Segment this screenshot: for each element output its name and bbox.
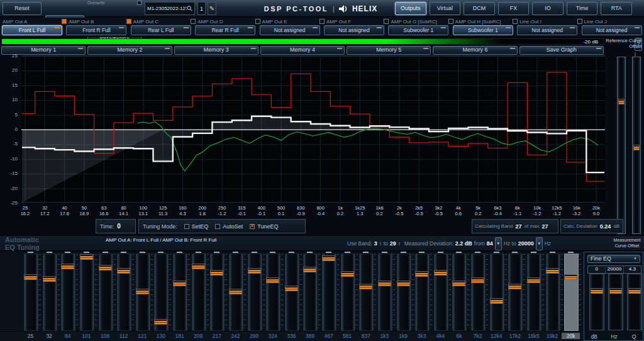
freq-to-dropdown[interactable]: ▼ bbox=[536, 237, 543, 250]
channel-checkbox[interactable] bbox=[62, 19, 67, 24]
eq-slider-track[interactable] bbox=[341, 254, 355, 331]
eq-slider-handle[interactable] bbox=[490, 298, 503, 304]
channel-assignment-button[interactable]: Front R Full bbox=[66, 25, 126, 35]
eq-slider-handle[interactable] bbox=[61, 264, 74, 269]
eq-slider-track[interactable] bbox=[266, 254, 280, 331]
eq-slider-handle[interactable] bbox=[99, 265, 112, 271]
channel-assignment-button[interactable]: Not assigned bbox=[517, 25, 577, 35]
channel-checkbox[interactable] bbox=[126, 19, 131, 24]
channel-assignment-button[interactable]: Subwoofer 1 bbox=[453, 25, 513, 35]
reference-offset-slider[interactable] bbox=[632, 57, 641, 234]
device-name-field[interactable]: M1-23052022-1210 bbox=[145, 2, 195, 15]
search-icon[interactable] bbox=[187, 6, 192, 11]
measurement-offset-handle[interactable] bbox=[618, 99, 625, 104]
eq-slider-handle[interactable] bbox=[229, 289, 242, 294]
eq-slider-handle[interactable] bbox=[434, 270, 447, 276]
spinner-icon[interactable]: ↕ bbox=[398, 241, 401, 247]
eq-slider-handle[interactable] bbox=[303, 267, 316, 272]
freq-from-dropdown[interactable]: ▼ bbox=[495, 237, 502, 250]
eq-slider-handle[interactable] bbox=[322, 255, 335, 261]
eq-slider-track[interactable] bbox=[490, 254, 504, 331]
memory-button-memory-5[interactable]: Memory 5 bbox=[347, 46, 431, 55]
fine-eq-handle-q[interactable] bbox=[628, 288, 641, 294]
eq-slider-handle[interactable] bbox=[452, 281, 465, 286]
tuning-mode-checkbox-seteq[interactable] bbox=[184, 224, 189, 229]
reference-offset-handle[interactable] bbox=[633, 145, 640, 150]
eq-slider-track[interactable] bbox=[471, 254, 486, 331]
tab-io[interactable]: IO bbox=[532, 2, 564, 15]
channel-assignment-button[interactable]: Front L Full bbox=[2, 25, 62, 35]
eq-slider-handle[interactable] bbox=[80, 254, 93, 260]
fine-eq-slider-db[interactable] bbox=[589, 274, 604, 330]
memory-button-memory-6[interactable]: Memory 6 bbox=[433, 46, 517, 55]
memory-button-memory-2[interactable]: Memory 2 bbox=[87, 46, 172, 55]
eq-slider-track[interactable] bbox=[117, 254, 131, 331]
eq-slider-track[interactable] bbox=[303, 254, 318, 331]
channel-checkbox[interactable] bbox=[384, 19, 389, 24]
eq-slider-track[interactable] bbox=[527, 254, 541, 331]
channel-checkbox[interactable] bbox=[255, 19, 260, 24]
eq-slider-track[interactable] bbox=[564, 254, 579, 331]
measurement-offset-slider[interactable] bbox=[617, 57, 626, 234]
eq-slider-handle[interactable] bbox=[43, 276, 56, 282]
channel-assignment-button[interactable]: Rear L Full bbox=[131, 25, 191, 35]
memory-button-save-graph[interactable]: Save Graph bbox=[519, 46, 604, 55]
spinner-icon[interactable]: ↕ bbox=[379, 241, 382, 247]
eq-slider-handle[interactable] bbox=[415, 271, 428, 277]
eq-slider-track[interactable] bbox=[248, 254, 262, 331]
eq-slider-handle[interactable] bbox=[117, 268, 130, 274]
eq-slider-track[interactable] bbox=[24, 254, 38, 331]
channel-checkbox[interactable] bbox=[191, 19, 196, 24]
tab-time[interactable]: Time bbox=[567, 2, 598, 15]
eq-slider-handle[interactable] bbox=[471, 277, 484, 283]
channel-checkbox[interactable] bbox=[577, 19, 582, 24]
eq-slider-track[interactable] bbox=[359, 254, 374, 331]
tab-fx[interactable]: FX bbox=[498, 2, 530, 15]
eq-slider-track[interactable] bbox=[210, 254, 225, 331]
fine-eq-handle-hz[interactable] bbox=[609, 288, 622, 294]
channel-checkbox[interactable] bbox=[319, 19, 325, 24]
tab-virtual[interactable]: Virtual bbox=[430, 2, 461, 15]
edit-device-button[interactable]: ✎ bbox=[208, 2, 216, 15]
channel-assignment-button[interactable]: Subwoofer 1 bbox=[388, 25, 448, 35]
memory-button-memory-3[interactable]: Memory 3 bbox=[174, 46, 258, 55]
eq-slider-handle[interactable] bbox=[136, 289, 149, 294]
eq-slider-track[interactable] bbox=[378, 254, 392, 331]
eq-slider-track[interactable] bbox=[173, 254, 187, 331]
tab-outputs[interactable]: Outputs bbox=[395, 2, 426, 15]
eq-slider-track[interactable] bbox=[434, 254, 448, 331]
eq-slider-handle[interactable] bbox=[192, 264, 205, 269]
tuning-mode-checkbox-tuneeq[interactable] bbox=[250, 224, 255, 229]
channel-checkbox[interactable] bbox=[513, 19, 518, 24]
tuning-mode-checkbox-autoset[interactable] bbox=[215, 224, 220, 229]
channel-assignment-button[interactable]: Not assigned bbox=[324, 25, 384, 35]
eq-slider-track[interactable] bbox=[546, 254, 560, 331]
channel-assignment-button[interactable]: Not assigned bbox=[260, 25, 320, 35]
eq-slider-track[interactable] bbox=[80, 254, 94, 331]
eq-slider-handle[interactable] bbox=[508, 284, 521, 289]
eq-slider-handle[interactable] bbox=[266, 277, 279, 283]
fine-eq-dropdown[interactable]: Fine EQ ▼ bbox=[587, 255, 640, 263]
eq-slider-handle[interactable] bbox=[564, 274, 577, 280]
device-count-box[interactable]: 1 bbox=[197, 2, 206, 15]
overwrite-checkbox[interactable] bbox=[137, 1, 142, 5]
eq-slider-handle[interactable] bbox=[285, 286, 298, 291]
tab-rta[interactable]: RTA bbox=[601, 2, 632, 15]
eq-slider-handle[interactable] bbox=[341, 271, 354, 277]
eq-slider-track[interactable] bbox=[397, 254, 411, 331]
eq-slider-handle[interactable] bbox=[24, 274, 37, 280]
eq-slider-handle[interactable] bbox=[527, 277, 540, 283]
channel-checkbox[interactable] bbox=[448, 19, 453, 24]
eq-slider-handle[interactable] bbox=[248, 268, 261, 274]
channel-assignment-button[interactable]: Not assigned bbox=[582, 25, 642, 35]
eq-slider-track[interactable] bbox=[285, 254, 299, 331]
fine-eq-slider-hz[interactable] bbox=[608, 274, 623, 330]
eq-slider-handle[interactable] bbox=[397, 281, 410, 286]
eq-slider-track[interactable] bbox=[415, 254, 430, 331]
eq-slider-track[interactable] bbox=[452, 254, 467, 331]
eq-slider-handle[interactable] bbox=[546, 268, 559, 274]
reset-button[interactable]: Reset bbox=[3, 2, 42, 15]
eq-slider-handle[interactable] bbox=[359, 284, 372, 289]
eq-slider-track[interactable] bbox=[43, 254, 57, 331]
fine-eq-handle-db[interactable] bbox=[591, 288, 603, 294]
